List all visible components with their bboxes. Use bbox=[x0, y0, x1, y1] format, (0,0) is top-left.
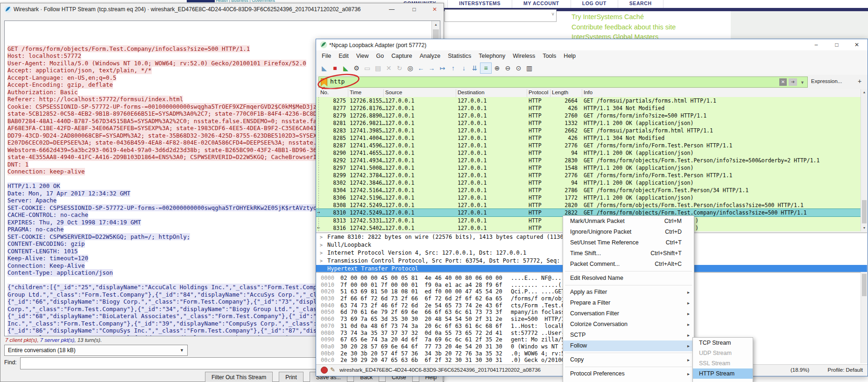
context-menu-item[interactable]: Protocol Preferences ▸ bbox=[563, 368, 694, 379]
zoom-out-icon[interactable]: ⊖ bbox=[502, 63, 513, 73]
go-back-icon[interactable]: ← bbox=[416, 63, 426, 73]
col-no[interactable]: No. bbox=[320, 90, 329, 95]
packet-row[interactable]: 8302 12742.3846… 127.0.0.1 127.0.0.1 HTT… bbox=[316, 179, 861, 187]
profile-label[interactable]: Profile: Default bbox=[828, 367, 863, 373]
menu-item[interactable]: View bbox=[353, 50, 373, 62]
background-dropdown[interactable]: ˅ bbox=[445, 9, 557, 22]
menu-item[interactable]: Analyze bbox=[416, 50, 444, 62]
context-menu-item[interactable]: Colorize Conversation ▸ bbox=[563, 319, 694, 330]
close-file-icon[interactable]: ✕ bbox=[383, 63, 394, 73]
packet-row[interactable]: 8292 12741.4934… 127.0.0.1 127.0.0.1 HTT… bbox=[316, 157, 861, 164]
start-capture-icon[interactable]: ◣ bbox=[319, 63, 330, 73]
context-menu-item[interactable]: Follow ▸ bbox=[563, 340, 694, 351]
bookmark-icon[interactable] bbox=[321, 78, 327, 86]
scrollbar-thumb[interactable] bbox=[862, 200, 867, 223]
capture-comment-icon[interactable]: ✎ bbox=[330, 366, 335, 373]
submenu-item[interactable]: SSL Stream bbox=[693, 358, 753, 368]
go-first-icon[interactable]: ↑ bbox=[448, 63, 459, 73]
expand-icon[interactable]: > bbox=[320, 241, 323, 249]
close-button[interactable]: ✕ bbox=[426, 3, 443, 15]
chevron-down-icon[interactable]: ▼ bbox=[800, 80, 804, 85]
packet-row[interactable]: 8308 12742.5249… 127.0.0.1 127.0.0.1 HTT… bbox=[316, 201, 861, 209]
zoom-in-icon[interactable]: ⊕ bbox=[492, 63, 502, 73]
resize-columns-icon[interactable]: ▥ bbox=[524, 63, 535, 73]
conversation-select[interactable]: Entire conversation (18 kB) ▼ bbox=[4, 345, 188, 356]
close-button[interactable]: ✕ bbox=[847, 39, 867, 50]
menu-item[interactable]: Telephony bbox=[475, 50, 509, 62]
navbar-item[interactable]: MY ACCOUNT bbox=[512, 0, 571, 8]
packet-row[interactable]: 8287 12741.4596… 127.0.0.1 127.0.0.1 HTT… bbox=[316, 142, 861, 149]
context-menu-item[interactable]: Set/Unset Time Reference Ctrl+T bbox=[563, 237, 694, 248]
packet-row[interactable]: 8306 12742.5196… 127.0.0.1 127.0.0.1 HTT… bbox=[316, 194, 861, 201]
packet-row[interactable]: 8285 12741.4004… 127.0.0.1 127.0.0.1 HTT… bbox=[316, 134, 861, 142]
packet-list-scrollbar[interactable]: ▲ ▼ bbox=[861, 89, 868, 231]
context-menu-item[interactable]: Packet Comment... Ctrl+Alt+C bbox=[563, 259, 694, 270]
menu-item[interactable]: Capture bbox=[388, 50, 416, 62]
context-menu-item[interactable]: Copy ▸ bbox=[563, 354, 694, 365]
expand-icon[interactable]: > bbox=[320, 249, 323, 257]
menu-item[interactable]: Tools bbox=[539, 50, 560, 62]
capture-options-icon[interactable]: ⚙ bbox=[351, 63, 362, 73]
minimize-button[interactable]: – bbox=[806, 39, 826, 50]
navbar-item[interactable]: INTERSYSTEMS bbox=[448, 0, 512, 8]
resize-grip[interactable]: ⋰ bbox=[434, 376, 439, 382]
expert-info-icon[interactable] bbox=[321, 367, 328, 374]
go-to-packet-icon[interactable]: ↦ bbox=[437, 63, 448, 73]
follow-stream-titlebar[interactable]: Wireshark · Follow HTTP Stream (tcp.stre… bbox=[0, 3, 444, 15]
background-link[interactable]: Contribute feedback about this site bbox=[572, 22, 676, 33]
menu-item[interactable]: Wireless bbox=[509, 50, 539, 62]
navbar-item[interactable]: SEARCH bbox=[618, 0, 663, 8]
context-menu-item[interactable]: Apply as Filter ▸ bbox=[563, 287, 694, 298]
scroll-up-icon[interactable]: ▲ bbox=[861, 89, 868, 96]
submenu-item[interactable]: UDP Stream bbox=[693, 348, 753, 358]
packet-row[interactable]: 8283 12741.3985… 127.0.0.1 127.0.0.1 HTT… bbox=[316, 127, 861, 134]
context-menu-item[interactable] bbox=[563, 351, 694, 354]
colorize-icon[interactable]: ≡ bbox=[480, 63, 492, 74]
context-menu-item[interactable]: Conversation Filter ▸ bbox=[563, 308, 694, 319]
save-file-icon[interactable]: ▤ bbox=[373, 63, 383, 73]
col-length[interactable]: Length bbox=[552, 90, 568, 95]
maximize-button[interactable]: □ bbox=[404, 3, 424, 15]
menu-item[interactable]: Edit bbox=[335, 50, 353, 62]
packet-row[interactable]: 8279 12726.8890… 127.0.0.1 127.0.0.1 HTT… bbox=[316, 112, 861, 119]
auto-scroll-icon[interactable]: ⇊ bbox=[469, 63, 480, 73]
menu-item[interactable]: File bbox=[318, 50, 335, 62]
minimize-button[interactable]: — bbox=[381, 3, 402, 15]
stop-capture-icon[interactable]: ■ bbox=[330, 63, 340, 73]
packet-row[interactable]: 8275 12726.8155… 127.0.0.1 127.0.0.1 HTT… bbox=[316, 97, 861, 104]
context-menu-item[interactable] bbox=[563, 270, 694, 273]
context-menu-item[interactable] bbox=[563, 365, 694, 368]
scroll-up-icon[interactable]: ▲ bbox=[432, 21, 440, 28]
hex-scrollbar[interactable] bbox=[861, 272, 868, 363]
background-link[interactable]: Try InterSystems Caché bbox=[572, 12, 676, 22]
find-packet-icon[interactable]: ◎ bbox=[405, 63, 416, 73]
dialog-button[interactable]: Filter Out This Stream bbox=[205, 372, 273, 382]
packet-row[interactable]: 8304 12742.5164… 127.0.0.1 127.0.0.1 HTT… bbox=[316, 187, 861, 194]
packet-row[interactable]: 8277 12726.8176… 127.0.0.1 127.0.0.1 HTT… bbox=[316, 104, 861, 112]
open-file-icon[interactable]: ▭ bbox=[362, 63, 373, 73]
expression-button[interactable]: Expression... bbox=[811, 78, 842, 84]
context-menu-item[interactable]: Edit Resolved Name bbox=[563, 273, 694, 284]
go-forward-icon[interactable]: → bbox=[426, 63, 437, 73]
restart-capture-icon[interactable]: ◣ bbox=[340, 63, 351, 73]
context-menu-item[interactable] bbox=[563, 284, 694, 287]
context-menu-item[interactable]: Mark/Unmark Packet Ctrl+M bbox=[563, 216, 694, 227]
context-menu-item[interactable]: Prepare a Filter ▸ bbox=[563, 298, 694, 308]
expand-icon[interactable]: > bbox=[320, 233, 323, 241]
filter-add-button[interactable]: + bbox=[858, 77, 861, 85]
context-menu-item[interactable]: SCTP ▸ bbox=[563, 330, 694, 340]
menu-item[interactable]: Help bbox=[560, 50, 579, 62]
display-filter-input[interactable]: http ✕ ➜ ▼ bbox=[318, 76, 808, 88]
reload-icon[interactable]: ↻ bbox=[394, 63, 405, 73]
context-menu-item[interactable]: Ignore/Unignore Packet Ctrl+D bbox=[563, 227, 694, 237]
scrollbar-thumb[interactable] bbox=[862, 274, 867, 296]
go-last-icon[interactable]: ↓ bbox=[459, 63, 469, 73]
col-protocol[interactable]: Protocol bbox=[529, 90, 548, 95]
packet-list-header[interactable]: No. Time Source Destination Protocol Len… bbox=[316, 89, 861, 97]
filter-clear-icon[interactable]: ✕ bbox=[779, 78, 787, 86]
packet-row[interactable]: 8297 12741.5008… 127.0.0.1 127.0.0.1 HTT… bbox=[316, 164, 861, 172]
submenu-item[interactable]: HTTP Stream bbox=[693, 368, 753, 379]
context-menu-item[interactable]: Time Shift... Ctrl+Shift+T bbox=[563, 248, 694, 259]
col-destination[interactable]: Destination bbox=[458, 90, 485, 95]
menu-item[interactable]: Go bbox=[373, 50, 388, 62]
